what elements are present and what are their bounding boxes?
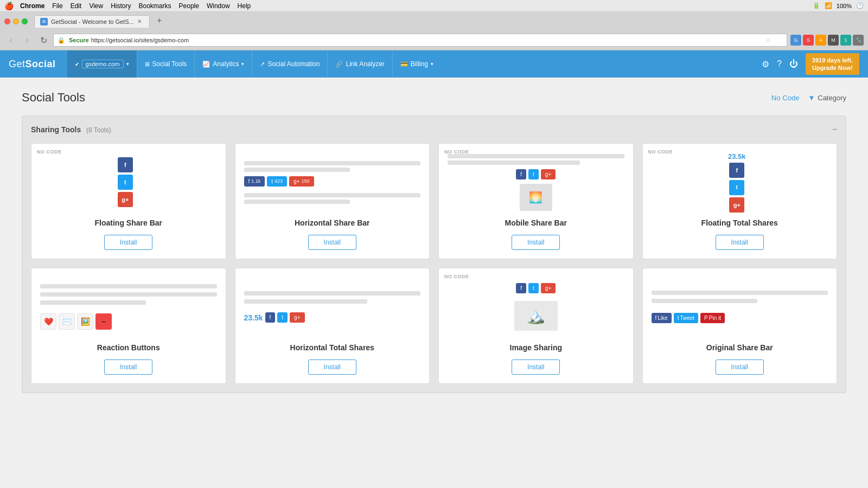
content-line — [40, 284, 217, 288]
content-line — [244, 168, 350, 172]
mobile-tw-button: t — [528, 169, 539, 179]
install-original-share-bar-button[interactable]: Install — [716, 359, 764, 375]
bookmark-star-icon[interactable]: ☆ — [765, 37, 771, 44]
card-floating-share-bar: NO CODE f t g+ — [31, 143, 226, 259]
page-title: Social Tools — [22, 91, 85, 105]
menu-chrome[interactable]: Chrome — [20, 2, 44, 10]
ht-gp-button: g+ — [290, 312, 304, 323]
floating-share-bar-preview: f t g+ — [40, 152, 217, 212]
logo-area: GetSocial — [9, 59, 56, 70]
refresh-button[interactable]: ↻ — [37, 34, 50, 47]
email-reaction-btn: ✉️ — [59, 313, 75, 330]
no-code-filter[interactable]: No Code — [771, 94, 799, 102]
heart-reaction-btn: ❤️ — [40, 313, 56, 330]
mobile-gp-button: g+ — [541, 169, 556, 179]
section-toggle-icon[interactable]: − — [832, 125, 837, 134]
original-share-bar-preview: f Like t Tweet P Pin it — [652, 277, 828, 337]
content-line — [244, 200, 350, 204]
ext-icon-1[interactable]: G — [790, 35, 801, 46]
minimize-window-btn[interactable] — [13, 18, 19, 24]
ht-count: 23.5k — [244, 313, 263, 322]
card-horizontal-share-bar: f1.1k t423 g+150 — [235, 143, 430, 259]
nav-item-billing[interactable]: 💳 Billing ▾ — [392, 50, 441, 78]
tab-title: GetSocial - Welcome to GetS... — [51, 18, 134, 25]
url-input[interactable]: Secure https://getsocial.io/sites/gsdemo… — [53, 34, 787, 47]
category-filter[interactable]: ▼ Category — [808, 94, 846, 102]
tools-row-2: ❤️ ✉️ 🖼️ − Reaction Buttons Install — [31, 268, 837, 384]
maximize-window-btn[interactable] — [22, 18, 28, 24]
os-menubar: 🍎 Chrome File Edit View History Bookmark… — [0, 0, 868, 12]
help-icon[interactable]: ? — [777, 59, 782, 69]
grid-icon: ⊞ — [145, 61, 150, 68]
back-button[interactable]: ‹ — [4, 34, 17, 47]
section-title-area: Sharing Tools (8 Tools) — [31, 125, 111, 134]
nav-item-social-automation[interactable]: ↗ Social Automation — [252, 50, 327, 78]
social-tools-label: Social Tools — [152, 60, 187, 68]
ext-icon-3[interactable]: A — [815, 35, 826, 46]
nav-item-analytics[interactable]: 📈 Analytics ▾ — [194, 50, 252, 78]
browser-tab-active[interactable]: G GetSocial - Welcome to GetS... ✕ — [34, 15, 150, 28]
analytics-label: Analytics — [213, 60, 239, 68]
chart-icon: 📈 — [202, 61, 210, 68]
forward-button[interactable]: › — [21, 34, 34, 47]
content-line — [40, 300, 146, 305]
install-image-sharing-button[interactable]: Install — [512, 359, 560, 375]
close-window-btn[interactable] — [4, 18, 10, 24]
menu-help[interactable]: Help — [238, 2, 251, 10]
install-horizontal-share-bar-button[interactable]: Install — [308, 235, 356, 250]
mobile-image-placeholder: 🌅 — [520, 184, 552, 211]
mobile-share-bar-preview: f t g+ 🌅 — [448, 152, 624, 212]
url-text: https://getsocial.io/sites/gsdemo-com — [91, 37, 189, 43]
menu-bookmarks[interactable]: Bookmarks — [139, 2, 171, 10]
tools-row-1: NO CODE f t g+ — [31, 143, 837, 259]
is-fb-button: f — [516, 283, 526, 293]
power-icon[interactable]: ⏻ — [789, 59, 798, 69]
link-analyzer-label: Link Analyzer — [346, 60, 384, 68]
upgrade-line1: 3919 days left. — [812, 56, 853, 64]
menu-edit[interactable]: Edit — [71, 2, 82, 10]
menu-file[interactable]: File — [52, 2, 62, 10]
content-line — [448, 160, 580, 165]
menu-items: Chrome File Edit View History Bookmarks … — [20, 2, 251, 10]
ext-icon-4[interactable]: M — [828, 35, 839, 46]
menu-view[interactable]: View — [89, 2, 103, 10]
install-horizontal-total-shares-button[interactable]: Install — [308, 359, 356, 375]
menu-window[interactable]: Window — [207, 2, 230, 10]
install-mobile-share-bar-button[interactable]: Install — [512, 235, 560, 250]
analytics-chevron-icon: ▾ — [241, 61, 244, 67]
menu-people[interactable]: People — [179, 2, 199, 10]
browser-chrome: G GetSocial - Welcome to GetS... ✕ + ‹ ›… — [0, 12, 868, 50]
upgrade-line2: Upgrade Now! — [812, 64, 853, 72]
ext-icon-6[interactable]: 🔧 — [853, 35, 864, 46]
tab-close-icon[interactable]: ✕ — [137, 18, 142, 24]
upgrade-button[interactable]: 3919 days left. Upgrade Now! — [806, 53, 859, 75]
nav-item-social-tools[interactable]: ⊞ Social Tools — [137, 50, 195, 78]
tw-share-button: t423 — [267, 176, 287, 187]
install-reaction-buttons-button[interactable]: Install — [104, 359, 152, 375]
apple-icon: 🍎 — [4, 2, 14, 10]
tab-favicon: G — [40, 18, 48, 25]
card-image-sharing: NO CODE f t g+ 🏔️ Image Sharing Ins — [438, 268, 634, 384]
total-count: 23.5k — [728, 152, 746, 160]
ft-fb-button: f — [729, 163, 744, 178]
ext-icon-2[interactable]: S — [803, 35, 814, 46]
link-icon: 🔗 — [335, 61, 343, 68]
menu-history[interactable]: History — [111, 2, 131, 10]
nav-item-site[interactable]: ✔ gsdemo.com ▾ — [67, 50, 137, 78]
content-line — [244, 291, 421, 296]
install-floating-share-bar-button[interactable]: Install — [104, 235, 152, 250]
billing-icon: 💳 — [400, 61, 408, 68]
address-bar[interactable]: 🔒 Secure https://getsocial.io/sites/gsde… — [53, 34, 787, 47]
ht-tw-button: t — [277, 312, 288, 323]
install-floating-total-shares-button[interactable]: Install — [716, 235, 764, 250]
os-status-area: 🔋📶100%🕐 — [813, 2, 864, 9]
ext-icon-5[interactable]: 1 — [840, 35, 851, 46]
address-bar-row: ‹ › ↻ 🔒 Secure https://getsocial.io/site… — [0, 30, 868, 50]
fb-button: f — [118, 157, 133, 172]
content-line — [244, 299, 368, 304]
new-tab-button[interactable]: + — [153, 14, 166, 27]
settings-icon[interactable]: ⚙ — [762, 59, 769, 69]
secure-icon: 🔒 — [58, 37, 65, 44]
nav-item-link-analyzer[interactable]: 🔗 Link Analyzer — [327, 50, 392, 78]
card-original-share-bar: f Like t Tweet P Pin it Original Share B… — [642, 268, 838, 384]
